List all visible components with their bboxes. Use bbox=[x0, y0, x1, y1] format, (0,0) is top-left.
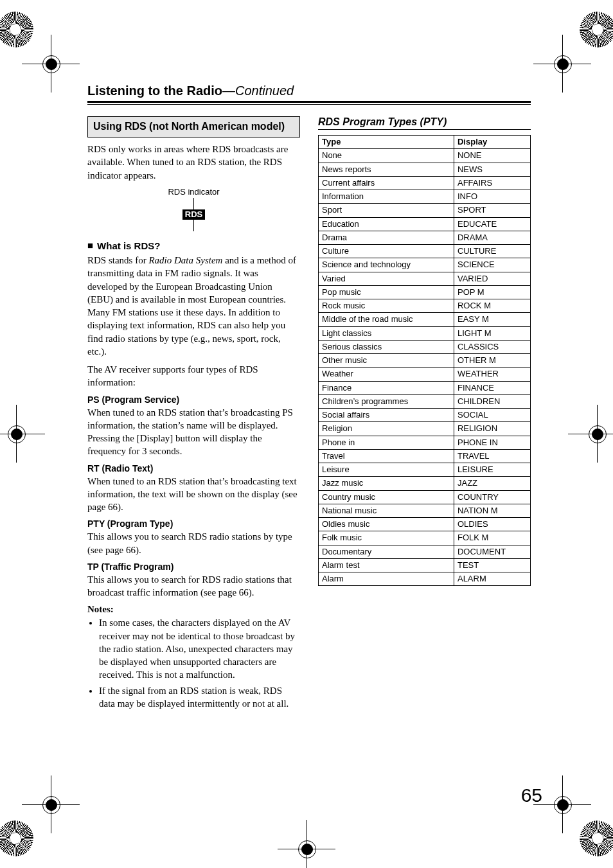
table-row: Pop musicPOP M bbox=[319, 285, 531, 299]
rt-heading: RT (Radio Text) bbox=[87, 463, 300, 474]
table-row: Jazz musicJAZZ bbox=[319, 477, 531, 490]
cell-display: FINANCE bbox=[454, 381, 530, 394]
cell-type: Children’s programmes bbox=[319, 394, 454, 408]
cell-display: CULTURE bbox=[454, 245, 530, 258]
pty-table-title: RDS Program Types (PTY) bbox=[318, 116, 531, 128]
cell-type: Religion bbox=[319, 422, 454, 436]
table-row: SportSPORT bbox=[319, 204, 531, 217]
table-header-row: Type Display bbox=[319, 136, 531, 149]
table-row: Oldies musicOLDIES bbox=[319, 518, 531, 531]
cell-display: JAZZ bbox=[454, 477, 530, 490]
cell-type: Education bbox=[319, 217, 454, 231]
cell-type: Leisure bbox=[319, 463, 454, 477]
cell-display: NONE bbox=[454, 149, 530, 163]
cell-display: CLASSICS bbox=[454, 340, 530, 353]
notes-list: In some cases, the characters displayed … bbox=[87, 616, 300, 710]
cell-type: Middle of the road music bbox=[319, 313, 454, 326]
table-row: AlarmALARM bbox=[319, 572, 531, 586]
tp-heading: TP (Traffic Program) bbox=[87, 562, 300, 572]
cell-display: SOCIAL bbox=[454, 409, 530, 422]
cell-type: Light classics bbox=[319, 326, 454, 340]
what-is-rds-heading: What is RDS? bbox=[87, 240, 300, 251]
cell-type: National music bbox=[319, 504, 454, 517]
table-row: Light classicsLIGHT M bbox=[319, 326, 531, 340]
right-column: RDS Program Types (PTY) Type Display Non… bbox=[318, 116, 531, 713]
page-number: 65 bbox=[521, 784, 542, 806]
cell-type: News reports bbox=[319, 163, 454, 176]
cell-display: LEISURE bbox=[454, 463, 530, 477]
cell-display: COUNTRY bbox=[454, 490, 530, 504]
table-row: ReligionRELIGION bbox=[319, 422, 531, 436]
table-row: DramaDRAMA bbox=[319, 231, 531, 244]
cell-display: RELIGION bbox=[454, 422, 530, 436]
rds-indicator-diagram: RDS indicator RDS bbox=[87, 187, 300, 231]
table-row: WeatherWEATHER bbox=[319, 368, 531, 381]
table-row: Rock musicROCK M bbox=[319, 299, 531, 313]
cell-display: POP M bbox=[454, 285, 530, 299]
header-continued: —Continued bbox=[222, 84, 294, 98]
table-row: VariedVARIED bbox=[319, 272, 531, 285]
cell-type: Rock music bbox=[319, 299, 454, 313]
cell-type: Serious classics bbox=[319, 340, 454, 353]
table-row: Country musicCOUNTRY bbox=[319, 490, 531, 504]
cell-type: Documentary bbox=[319, 545, 454, 558]
crop-mark-icon bbox=[568, 405, 613, 463]
cell-display: DRAMA bbox=[454, 231, 530, 244]
cell-display: TRAVEL bbox=[454, 449, 530, 463]
cell-type: Other music bbox=[319, 354, 454, 368]
cell-type: Culture bbox=[319, 245, 454, 258]
cell-type: Science and technology bbox=[319, 258, 454, 272]
table-row: Middle of the road musicEASY M bbox=[319, 313, 531, 326]
cell-type: Jazz music bbox=[319, 477, 454, 490]
table-row: News reportsNEWS bbox=[319, 163, 531, 176]
cell-type: Social affairs bbox=[319, 409, 454, 422]
cell-type: Drama bbox=[319, 231, 454, 244]
pty-body: This allows you to search RDS radio stat… bbox=[87, 530, 300, 556]
notes-heading: Notes: bbox=[87, 604, 300, 615]
what-is-rds-text: RDS stands for Radio Data System and is … bbox=[87, 254, 300, 358]
cell-display: SCIENCE bbox=[454, 258, 530, 272]
cell-display: SPORT bbox=[454, 204, 530, 217]
list-item: If the signal from an RDS station is wea… bbox=[99, 684, 300, 711]
header-rule bbox=[87, 101, 531, 105]
table-row: Other musicOTHER M bbox=[319, 354, 531, 368]
table-row: FinanceFINANCE bbox=[319, 381, 531, 394]
section-heading: Using RDS (not North American model) bbox=[87, 116, 300, 137]
cell-display: OTHER M bbox=[454, 354, 530, 368]
cell-display: AFFAIRS bbox=[454, 176, 530, 190]
rt-body: When tuned to an RDS station that’s broa… bbox=[87, 475, 300, 514]
cell-display: INFO bbox=[454, 190, 530, 204]
table-row: Science and technologySCIENCE bbox=[319, 258, 531, 272]
cell-type: Phone in bbox=[319, 436, 454, 449]
thin-rule bbox=[318, 129, 531, 130]
cell-display: FOLK M bbox=[454, 531, 530, 545]
table-row: National musicNATION M bbox=[319, 504, 531, 517]
cell-display: TEST bbox=[454, 558, 530, 572]
table-row: InformationINFO bbox=[319, 190, 531, 204]
ps-heading: PS (Program Service) bbox=[87, 394, 300, 405]
cell-type: Current affairs bbox=[319, 176, 454, 190]
crop-mark-icon bbox=[22, 775, 80, 833]
table-row: Folk musicFOLK M bbox=[319, 531, 531, 545]
table-row: EducationEDUCATE bbox=[319, 217, 531, 231]
tp-body: This allows you to search for RDS radio … bbox=[87, 573, 300, 599]
left-column: Using RDS (not North American model) RDS… bbox=[87, 116, 300, 713]
cell-display: WEATHER bbox=[454, 368, 530, 381]
crop-mark-icon bbox=[22, 35, 80, 93]
cell-display: CHILDREN bbox=[454, 394, 530, 408]
crop-mark-icon bbox=[278, 820, 335, 868]
cell-type: Alarm test bbox=[319, 558, 454, 572]
cell-display: PHONE IN bbox=[454, 436, 530, 449]
cell-type: Weather bbox=[319, 368, 454, 381]
cell-type: Folk music bbox=[319, 531, 454, 545]
table-row: Serious classicsCLASSICS bbox=[319, 340, 531, 353]
connector-line-icon bbox=[193, 220, 194, 231]
crop-mark-icon bbox=[0, 405, 45, 463]
cell-display: EASY M bbox=[454, 313, 530, 326]
th-display: Display bbox=[454, 136, 530, 149]
table-row: NoneNONE bbox=[319, 149, 531, 163]
table-row: Children’s programmesCHILDREN bbox=[319, 394, 531, 408]
cell-display: EDUCATE bbox=[454, 217, 530, 231]
cell-display: NATION M bbox=[454, 504, 530, 517]
cell-type: Alarm bbox=[319, 572, 454, 586]
